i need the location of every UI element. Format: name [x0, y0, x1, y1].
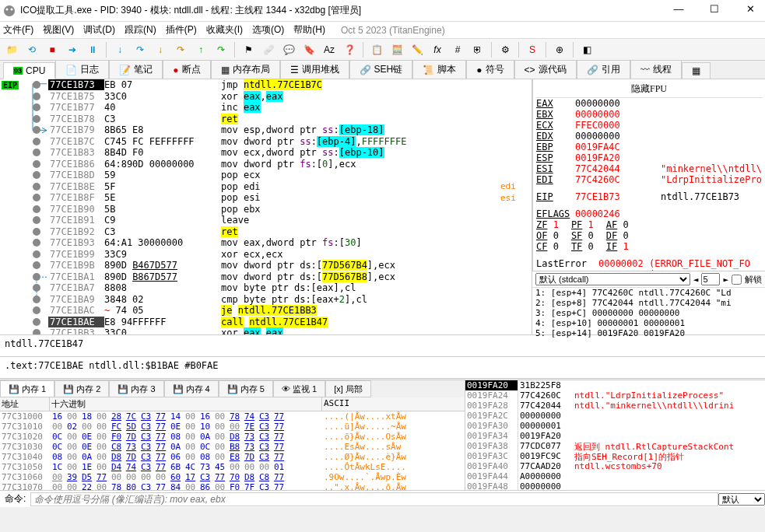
breakpoint-dot[interactable] — [33, 306, 40, 314]
reg-esp[interactable]: ESP — [536, 152, 575, 163]
about-icon[interactable]: ⊕ — [551, 41, 568, 58]
arg-count-input[interactable] — [701, 273, 720, 285]
unlock-checkbox[interactable] — [732, 275, 742, 285]
flag-zf[interactable]: ZF — [536, 219, 547, 230]
pause-icon[interactable]: ⏸ — [84, 41, 101, 58]
breakpoint-dot[interactable] — [33, 115, 40, 123]
menu-view[interactable]: 视图(V) — [43, 23, 74, 37]
tab-symbols[interactable]: ●符号 — [466, 60, 514, 79]
stack-row[interactable]: 0019FA2031B225F8 — [465, 380, 765, 390]
calc-icon[interactable]: 🧮 — [388, 41, 405, 58]
tab-memory[interactable]: ▦内存布局 — [211, 60, 280, 79]
breakpoint-dot[interactable] — [33, 183, 40, 191]
stack-row[interactable]: 0019FA2C00000000 — [465, 411, 765, 421]
arg-count-up[interactable]: ► — [723, 275, 728, 285]
dump-row[interactable]: 77C3104008000A00D87DC37706000800E87DC377… — [0, 452, 465, 462]
traceover-icon[interactable]: ↷ — [172, 41, 189, 58]
menu-options[interactable]: 选项(O) — [252, 23, 284, 37]
dump-header-hex[interactable]: 十六进制 — [50, 397, 322, 411]
breakpoint-dot[interactable] — [33, 239, 40, 247]
stack-row[interactable]: 0019FA3877CDC077返回到 ntdll.RtlCaptureStac… — [465, 441, 765, 451]
command-input[interactable] — [30, 492, 718, 506]
dump-tab-2[interactable]: 💾内存 2 — [54, 380, 109, 397]
close-button[interactable]: ✕ — [739, 3, 762, 19]
breakpoint-dot[interactable] — [33, 93, 40, 100]
module-icon[interactable]: ◧ — [578, 41, 595, 58]
disasm-row[interactable]: 77CE1B798B65 E8mov esp,dword ptr ss:[ebp… — [0, 124, 532, 136]
tab-log[interactable]: 📄日志 — [55, 60, 109, 79]
calling-convention-select[interactable]: 默认 (stdcall) — [535, 273, 690, 285]
runtouser-icon[interactable]: ↷ — [212, 41, 230, 58]
disasm-row[interactable]: 77CE1BA93848 02cmp byte ptr ds:[eax+2],c… — [0, 294, 532, 306]
disasm-row[interactable]: 77CE1B9364:A1 30000000mov eax,dword ptr … — [0, 237, 532, 249]
flag-of[interactable]: OF — [536, 230, 547, 241]
breakpoint-dot[interactable] — [33, 250, 40, 258]
breakpoint-dot[interactable] — [33, 205, 40, 213]
stack-row[interactable]: 0019FA3C0019FC9C指向SEH_Record[1]的指针 — [465, 451, 765, 461]
hash-icon[interactable]: # — [449, 41, 466, 58]
run-icon[interactable]: ➔ — [64, 41, 81, 58]
stack-row[interactable]: 0019FA44A0000000 — [465, 471, 765, 481]
dump-row[interactable]: 77C31070000022007880C37784008600F07FC377… — [0, 482, 465, 490]
tab-threads[interactable]: 〰线程 — [630, 60, 682, 79]
stack-row[interactable]: 0019FA4800000000 — [465, 481, 765, 490]
watch-tab[interactable]: 👁监视 1 — [273, 380, 325, 397]
locals-tab[interactable]: [x]局部 — [325, 380, 371, 397]
call-arg-line[interactable]: 1: [esp+4] 77C4260C ntdll.77C4260C "Ld — [535, 288, 762, 298]
fx-icon[interactable]: fx — [429, 41, 446, 58]
dump-row[interactable]: 77C3100016001800287CC377140016007874C377… — [0, 411, 465, 422]
stepover-icon[interactable]: ↷ — [132, 41, 149, 58]
call-arg-line[interactable]: 4: [esp+10] 00000001 00000001 — [535, 318, 762, 328]
disasm-row[interactable]: EIP77CE1B73EB 07jmp ntdll.77CE1B7C — [0, 79, 532, 91]
disasm-row[interactable]: 77CE1B8E5Fpop ediedi — [0, 181, 532, 193]
breakpoint-dot[interactable] — [33, 138, 40, 145]
disasm-row[interactable]: 77CE1B92C3ret — [0, 226, 532, 238]
dump-row[interactable]: 77C310200C000E00F07DC37708000A00D873C377… — [0, 432, 465, 442]
tab-references[interactable]: 🔗引用 — [577, 60, 630, 79]
reg-eax[interactable]: EAX — [536, 98, 575, 109]
dump-tab-3[interactable]: 💾内存 3 — [109, 380, 163, 397]
stop-icon[interactable]: ■ — [44, 41, 61, 58]
dump-tab-5[interactable]: 💾内存 5 — [219, 380, 273, 397]
breakpoint-dot[interactable] — [33, 284, 40, 292]
maximize-button[interactable]: ☐ — [703, 3, 726, 19]
breakpoint-dot[interactable] — [33, 160, 40, 168]
reg-eip[interactable]: EIP — [536, 191, 575, 202]
arg-count-down[interactable]: ◄ — [693, 275, 699, 285]
breakpoint-dot[interactable] — [33, 126, 40, 134]
strings-icon[interactable]: ❓ — [341, 41, 358, 58]
dump-row[interactable]: 77C3101000020000FC5DC3770E001000007EC377… — [0, 422, 465, 432]
disasm-row[interactable]: 77CE1B838B4D F0mov ecx,dword ptr ss:[ebp… — [0, 147, 532, 159]
breakpoint-dot[interactable] — [33, 81, 40, 89]
stack-row[interactable]: 0019FA2877C42044ntdll."minkernel\\ntdll\… — [465, 401, 765, 411]
dump-content[interactable]: 地址 十六进制 ASCII 77C3100016001800287CC37714… — [0, 397, 465, 490]
flag-pf[interactable]: PF — [571, 219, 582, 230]
reg-edi[interactable]: EDI — [536, 174, 575, 185]
flag-cf[interactable]: CF — [536, 241, 547, 252]
reg-ebx[interactable]: EBX — [536, 109, 575, 120]
tab-callstack[interactable]: ☰调用堆栈 — [280, 60, 349, 79]
disasm-row[interactable]: 77CE1B7533C0xor eax,eax — [0, 91, 532, 103]
breakpoint-dot[interactable] — [33, 296, 40, 303]
dump-tab-1[interactable]: 💾内存 1 — [0, 380, 54, 397]
menu-debug[interactable]: 调试(D) — [83, 23, 115, 37]
call-arg-line[interactable]: 2: [esp+8] 77C42044 ntdll.77C42044 "mi — [535, 298, 762, 308]
call-arg-line[interactable]: 3: [esp+C] 00000000 00000000 — [535, 308, 762, 318]
find-icon[interactable]: Az — [321, 41, 338, 58]
draw-icon[interactable]: ✏️ — [409, 41, 426, 58]
disasm-row[interactable]: 77CE1B8F5Epop esiesi — [0, 192, 532, 204]
disasm-row[interactable]: 77CE1B78C3ret — [0, 114, 532, 125]
dump-tab-4[interactable]: 💾内存 4 — [164, 380, 219, 397]
disasm-row[interactable]: 77CE1B8664:890D 00000000mov dword ptr fs… — [0, 159, 532, 170]
stepinto-icon[interactable]: ↓ — [111, 41, 128, 58]
tab-more[interactable]: ▦ — [682, 62, 711, 79]
scylla-icon[interactable]: S — [524, 41, 541, 58]
breakpoint-dot[interactable] — [33, 228, 40, 236]
tab-source[interactable]: <>源代码 — [514, 60, 577, 79]
minimize-button[interactable]: — — [667, 3, 690, 19]
flag-sf[interactable]: SF — [571, 230, 582, 241]
menu-help[interactable]: 帮助(H) — [293, 23, 325, 37]
stack-pane[interactable]: 0019FA2031B225F80019FA2477C4260Cntdll."L… — [465, 380, 765, 490]
menu-file[interactable]: 文件(F) — [3, 23, 33, 37]
stepout-icon[interactable]: ↑ — [192, 41, 209, 58]
